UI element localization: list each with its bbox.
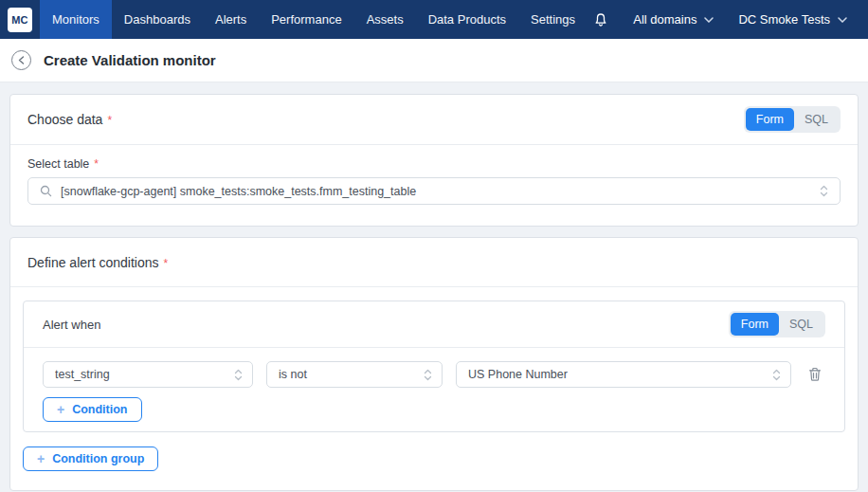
required-asterisk: * xyxy=(164,257,169,270)
nav-item-alerts[interactable]: Alerts xyxy=(203,0,259,39)
alert-when-card: Alert when Form SQL test_string is not xyxy=(23,301,845,432)
choose-data-form-sql-toggle: Form SQL xyxy=(744,106,841,133)
nav-item-performance[interactable]: Performance xyxy=(259,0,353,39)
top-nav: MC Monitors Dashboards Alerts Performanc… xyxy=(0,0,868,39)
choose-data-title: Choose data* xyxy=(27,112,112,127)
condition-row: test_string is not US Phone Number xyxy=(43,361,825,388)
required-asterisk: * xyxy=(107,114,112,127)
alert-when-form-sql-toggle: Form SQL xyxy=(729,311,825,337)
back-button[interactable] xyxy=(11,50,31,70)
select-stepper-icon xyxy=(424,369,432,381)
nav-item-monitors[interactable]: Monitors xyxy=(40,0,112,39)
alert-conditions-card: Define alert conditions* Alert when Form… xyxy=(9,237,859,491)
nav-item-settings[interactable]: Settings xyxy=(518,0,588,39)
choose-data-sql-toggle[interactable]: SQL xyxy=(794,108,839,131)
nav-item-data-products[interactable]: Data Products xyxy=(416,0,518,39)
add-condition-group-label: Condition group xyxy=(52,452,144,465)
all-domains-label: All domains xyxy=(633,12,696,27)
nav-right: All domains DC Smoke Tests xyxy=(593,0,868,39)
add-condition-button[interactable]: + Condition xyxy=(43,397,142,422)
select-stepper-icon xyxy=(820,185,828,197)
select-stepper-icon xyxy=(234,369,243,381)
choose-data-form-toggle[interactable]: Form xyxy=(746,108,794,131)
chevron-down-icon xyxy=(838,17,847,23)
alert-conditions-title: Define alert conditions* xyxy=(27,255,168,270)
condition-field-value: test_string xyxy=(55,368,234,381)
app-logo[interactable]: MC xyxy=(8,8,32,32)
choose-data-body: Select table* [snowflake-gcp-agent] smok… xyxy=(10,145,858,226)
chevron-down-icon xyxy=(704,17,714,23)
plus-icon: + xyxy=(57,403,64,416)
alert-when-sql-toggle[interactable]: SQL xyxy=(779,313,823,336)
alert-conditions-title-text: Define alert conditions xyxy=(27,255,159,270)
nav-items: Monitors Dashboards Alerts Performance A… xyxy=(40,0,588,39)
select-stepper-icon xyxy=(772,369,781,381)
alert-conditions-body: Alert when Form SQL test_string is not xyxy=(10,287,858,490)
chevron-left-icon xyxy=(18,56,25,64)
nav-item-dashboards[interactable]: Dashboards xyxy=(112,0,203,39)
workspace-label: DC Smoke Tests xyxy=(738,12,830,27)
alert-when-form-toggle[interactable]: Form xyxy=(731,313,779,336)
alert-when-label: Alert when xyxy=(43,318,100,332)
trash-icon xyxy=(808,367,822,382)
alert-conditions-header: Define alert conditions* xyxy=(10,238,858,287)
table-select-input[interactable]: [snowflake-gcp-agent] smoke_tests:smoke_… xyxy=(27,177,841,205)
workspace-dropdown[interactable]: DC Smoke Tests xyxy=(738,12,847,27)
all-domains-dropdown[interactable]: All domains xyxy=(633,12,714,27)
page-title: Create Validation monitor xyxy=(44,52,216,68)
notifications-bell-icon[interactable] xyxy=(593,11,608,27)
add-condition-label: Condition xyxy=(72,403,127,416)
condition-field-select[interactable]: test_string xyxy=(43,361,253,388)
nav-item-assets[interactable]: Assets xyxy=(354,0,416,39)
select-table-label: Select table* xyxy=(27,157,841,171)
plus-icon: + xyxy=(37,452,45,465)
condition-value-select[interactable]: US Phone Number xyxy=(456,361,791,388)
choose-data-header: Choose data* Form SQL xyxy=(10,95,858,145)
choose-data-card: Choose data* Form SQL Select table* [sno… xyxy=(9,94,859,227)
required-asterisk: * xyxy=(94,157,99,171)
choose-data-title-text: Choose data xyxy=(27,112,102,127)
page-header: Create Validation monitor xyxy=(0,39,868,82)
alert-when-body: test_string is not US Phone Number xyxy=(24,348,844,431)
alert-when-header: Alert when Form SQL xyxy=(24,301,844,348)
add-condition-group-button[interactable]: + Condition group xyxy=(23,446,158,471)
delete-condition-button[interactable] xyxy=(805,363,825,386)
search-icon xyxy=(40,185,52,197)
condition-value-value: US Phone Number xyxy=(468,368,772,381)
table-select-value: [snowflake-gcp-agent] smoke_tests:smoke_… xyxy=(61,185,811,198)
select-table-label-text: Select table xyxy=(27,157,89,171)
condition-operator-select[interactable]: is not xyxy=(266,361,443,388)
condition-operator-value: is not xyxy=(279,368,424,381)
main-content: Choose data* Form SQL Select table* [sno… xyxy=(0,82,868,492)
